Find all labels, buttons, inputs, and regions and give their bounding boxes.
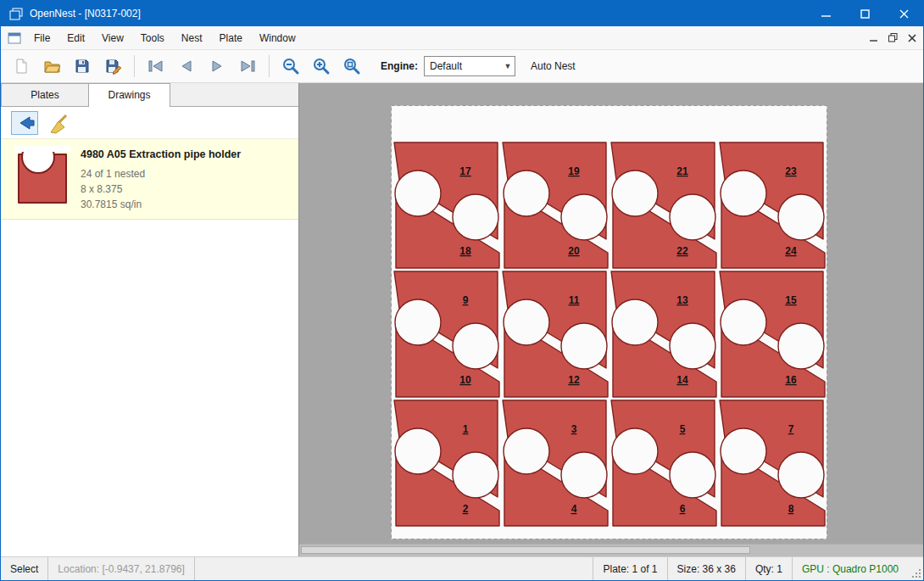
minimize-button[interactable] [806, 1, 845, 26]
part-number-label: 14 [676, 374, 688, 386]
status-size: Size: 36 x 36 [667, 557, 745, 580]
part-number-label: 21 [676, 165, 688, 177]
part-number-label: 10 [459, 374, 471, 386]
first-plate-button[interactable] [141, 52, 171, 81]
clean-broom-button[interactable] [45, 111, 72, 135]
zoom-out-button[interactable] [276, 52, 306, 81]
part-number-label: 13 [676, 294, 688, 306]
toolbar-separator [134, 55, 135, 77]
part-hole-cutout [670, 323, 715, 369]
menu-file[interactable]: File [25, 26, 58, 49]
menu-tools[interactable]: Tools [132, 26, 173, 49]
window-title: OpenNest - [N0317-002] [30, 8, 141, 20]
part-number-label: 12 [568, 374, 580, 386]
menu-nest[interactable]: Nest [173, 26, 211, 49]
new-file-button[interactable] [6, 52, 36, 81]
save-as-button[interactable] [97, 52, 128, 81]
part-hole-cutout [612, 428, 658, 474]
menu-window[interactable]: Window [251, 26, 304, 49]
menu-view[interactable]: View [93, 26, 132, 49]
part-hole-cutout [670, 194, 715, 240]
zoom-fit-button[interactable] [337, 52, 367, 81]
drawing-area: 30.7815 sq/in [81, 197, 241, 212]
part-number-label: 5 [680, 423, 686, 435]
menu-bar: File Edit View Tools Nest Plate Window [1, 26, 923, 50]
part-number-label: 4 [571, 503, 577, 515]
part-hole-cutout [721, 170, 766, 216]
sidebar-toolbar [1, 107, 298, 138]
nested-part-pair[interactable]: 56 [611, 400, 716, 526]
mdi-close-button[interactable] [908, 34, 916, 42]
part-number-label: 23 [785, 165, 797, 177]
nested-part-pair[interactable]: 1516 [720, 271, 825, 397]
auto-nest-button[interactable]: Auto Nest [531, 60, 576, 72]
part-hole-cutout [395, 170, 441, 216]
part-number-label: 8 [788, 503, 794, 515]
tab-drawings[interactable]: Drawings [89, 83, 170, 106]
back-arrow-button[interactable] [11, 111, 38, 135]
part-hole-cutout [395, 299, 441, 345]
part-hole-cutout [721, 299, 766, 345]
chevron-down-icon: ▼ [501, 62, 515, 70]
part-number-label: 20 [568, 245, 580, 257]
mdi-minimize-button[interactable] [870, 34, 878, 42]
part-hole-cutout [504, 299, 549, 345]
nest-canvas[interactable]: 171819202122232491011121314151612345678 [299, 83, 923, 556]
part-hole-cutout [561, 194, 607, 240]
nested-part-pair[interactable]: 34 [503, 400, 608, 526]
zoom-in-button[interactable] [306, 52, 337, 81]
part-hole-cutout [561, 323, 607, 369]
tab-plates[interactable]: Plates [1, 83, 89, 106]
window-controls [806, 1, 923, 26]
part-number-label: 11 [569, 294, 580, 306]
part-number-label: 24 [785, 245, 797, 257]
next-plate-button[interactable] [202, 52, 232, 81]
part-number-label: 18 [459, 245, 471, 257]
content-area: Plates Drawings 4980 A05 Extraction [1, 83, 923, 556]
nested-part-pair[interactable]: 910 [394, 271, 499, 397]
horizontal-scrollbar[interactable] [299, 544, 923, 556]
part-hole-cutout [453, 194, 498, 240]
part-number-label: 15 [785, 294, 797, 306]
status-bar: Select Location: [-0.9437, 21.8796] Plat… [1, 556, 923, 580]
save-button[interactable] [67, 52, 97, 81]
drawing-size: 8 x 8.375 [81, 182, 241, 197]
part-hole-cutout [561, 452, 607, 498]
document-icon [8, 32, 21, 44]
nest-plate[interactable]: 171819202122232491011121314151612345678 [391, 105, 827, 539]
menu-edit[interactable]: Edit [58, 26, 93, 49]
part-hole-cutout [504, 170, 549, 216]
sidebar: Plates Drawings 4980 A05 Extraction [1, 83, 299, 556]
nested-part-pair[interactable]: 1718 [394, 142, 499, 268]
toolbar-separator [269, 55, 270, 77]
part-number-label: 6 [680, 503, 686, 515]
open-file-button[interactable] [36, 52, 67, 81]
nested-part-pair[interactable]: 12 [394, 400, 499, 526]
nested-part-pair[interactable]: 2324 [720, 142, 825, 268]
maximize-button[interactable] [845, 1, 884, 26]
part-number-label: 3 [571, 423, 577, 435]
engine-select[interactable]: Default ▼ [424, 56, 515, 76]
engine-label: Engine: [381, 60, 418, 72]
part-number-label: 9 [463, 294, 469, 306]
drawing-meta: 4980 A05 Extraction pipe holder 24 of 1 … [81, 146, 241, 212]
previous-plate-button[interactable] [171, 52, 202, 81]
mdi-restore-button[interactable] [888, 33, 898, 42]
nested-part-pair[interactable]: 2122 [611, 142, 716, 268]
nested-part-pair[interactable]: 1920 [503, 142, 608, 268]
app-icon [9, 8, 23, 20]
status-gpu: GPU : Quadro P1000 [792, 557, 908, 580]
nested-part-pair[interactable]: 1314 [611, 271, 716, 397]
drawing-nested-count: 24 of 1 nested [81, 166, 241, 182]
status-plate: Plate: 1 of 1 [593, 557, 666, 580]
close-button[interactable] [884, 1, 923, 26]
nested-part-pair[interactable]: 78 [720, 400, 825, 526]
part-number-label: 2 [463, 503, 469, 515]
scrollbar-thumb[interactable] [301, 546, 750, 554]
last-plate-button[interactable] [232, 52, 263, 81]
menu-plate[interactable]: Plate [211, 26, 251, 49]
part-number-label: 19 [568, 165, 580, 177]
drawing-list-item[interactable]: 4980 A05 Extraction pipe holder 24 of 1 … [1, 138, 298, 220]
resize-grip[interactable] [908, 557, 923, 580]
nested-part-pair[interactable]: 1112 [503, 271, 608, 397]
